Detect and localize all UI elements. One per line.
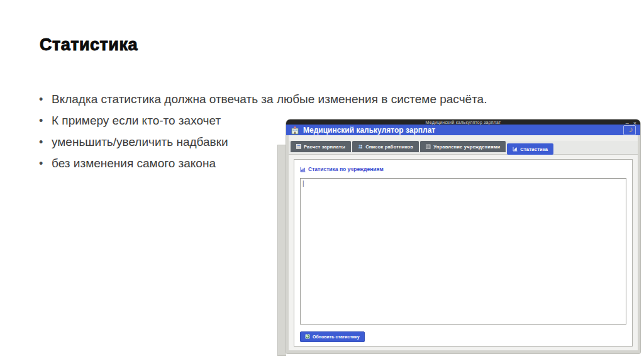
bar-chart-icon [513, 147, 518, 152]
presentation-slide: Статистика Вкладка статистика должна отв… [0, 0, 644, 361]
calculator-icon [296, 144, 301, 149]
os-window-title: Медицинский калькулятор зарплат [426, 120, 501, 125]
tab-label: Статистика [520, 147, 548, 152]
bullet-text: без изменения самого закона [52, 157, 216, 170]
bullet-item: Вкладка статистика должна отвечать за лю… [36, 92, 565, 107]
bullet-text: К примеру если кто-то захочет [52, 114, 221, 127]
app-header: Медицинский калькулятор зарплат ☽ [286, 125, 640, 135]
tab-salary-calculation[interactable]: Расчет зарплаты [291, 141, 351, 152]
tab-label: Расчет зарплаты [304, 144, 345, 150]
workers-icon [358, 144, 363, 149]
hospital-building-icon [291, 126, 299, 135]
close-icon[interactable]: × [633, 121, 636, 126]
tab-worker-list[interactable]: Список работников [352, 141, 419, 152]
text-caret: | [303, 180, 304, 187]
page-title: Статистика [40, 35, 138, 55]
tab-bar: Расчет зарплаты Список работников [289, 141, 638, 155]
os-titlebar[interactable]: Медицинский калькулятор зарплат – × [286, 119, 640, 125]
refresh-statistics-button[interactable]: Обновить статистику [300, 331, 365, 342]
statistics-groupbox: Статистика по учреждениям | [294, 159, 633, 347]
tab-institution-management[interactable]: Управление учреждениями [420, 141, 506, 152]
bar-chart-icon [300, 164, 306, 175]
building-icon [426, 144, 431, 149]
background-window-edge [277, 145, 286, 356]
window-body: Расчет зарплаты Список работников [289, 135, 638, 350]
app-title: Медицинский калькулятор зарплат [303, 126, 435, 135]
refresh-icon [305, 334, 310, 340]
bullet-text: Вкладка статистика должна отвечать за лю… [52, 92, 487, 106]
tab-statistics[interactable]: Статистика [507, 143, 553, 155]
tab-label: Список работников [365, 144, 413, 150]
groupbox-title: Статистика по учреждениям [308, 166, 384, 172]
tab-label: Управление учреждениями [433, 144, 500, 150]
statistics-textarea[interactable]: | [300, 178, 626, 325]
bullet-text: уменьшить/увеличить надбавки [52, 135, 228, 148]
refresh-button-label: Обновить статистику [313, 335, 360, 339]
groupbox-header: Статистика по учреждениям [300, 164, 626, 175]
tab-content: Статистика по учреждениям | [289, 155, 638, 350]
app-window: Медицинский калькулятор зарплат – × Меди… [286, 119, 640, 353]
button-row: Обновить статистику [300, 330, 626, 342]
